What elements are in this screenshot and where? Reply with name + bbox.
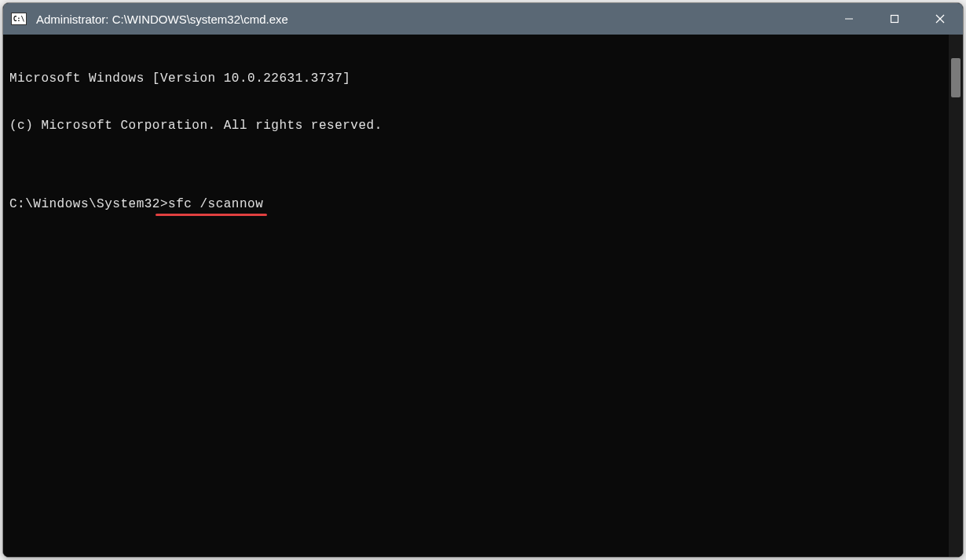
terminal-content[interactable]: Microsoft Windows [Version 10.0.22631.37… xyxy=(3,35,949,557)
window-controls xyxy=(826,3,963,35)
cmd-icon-label: C:\ xyxy=(13,16,24,23)
scrollbar-thumb[interactable] xyxy=(951,58,961,97)
close-button[interactable] xyxy=(917,3,963,35)
terminal-body: Microsoft Windows [Version 10.0.22631.37… xyxy=(3,35,963,557)
minimize-icon xyxy=(844,14,854,24)
close-icon xyxy=(935,14,945,24)
window-title: Administrator: C:\WINDOWS\system32\cmd.e… xyxy=(36,13,826,26)
terminal-output-line: Microsoft Windows [Version 10.0.22631.37… xyxy=(9,71,942,86)
terminal-prompt: C:\Windows\System32> xyxy=(9,197,168,211)
terminal-prompt-line: C:\Windows\System32>sfc /scannow xyxy=(9,196,942,212)
cmd-icon: C:\ xyxy=(11,13,27,25)
annotation-underline xyxy=(156,214,267,216)
titlebar[interactable]: C:\ Administrator: C:\WINDOWS\system32\c… xyxy=(3,3,963,35)
maximize-icon xyxy=(890,14,899,24)
terminal-output-line: (c) Microsoft Corporation. All rights re… xyxy=(9,118,942,134)
terminal-command: sfc /scannow xyxy=(168,197,263,211)
svg-rect-1 xyxy=(891,16,898,23)
minimize-button[interactable] xyxy=(826,3,872,35)
scrollbar-track[interactable] xyxy=(949,35,963,557)
maximize-button[interactable] xyxy=(872,3,917,35)
command-prompt-window: C:\ Administrator: C:\WINDOWS\system32\c… xyxy=(2,2,964,558)
